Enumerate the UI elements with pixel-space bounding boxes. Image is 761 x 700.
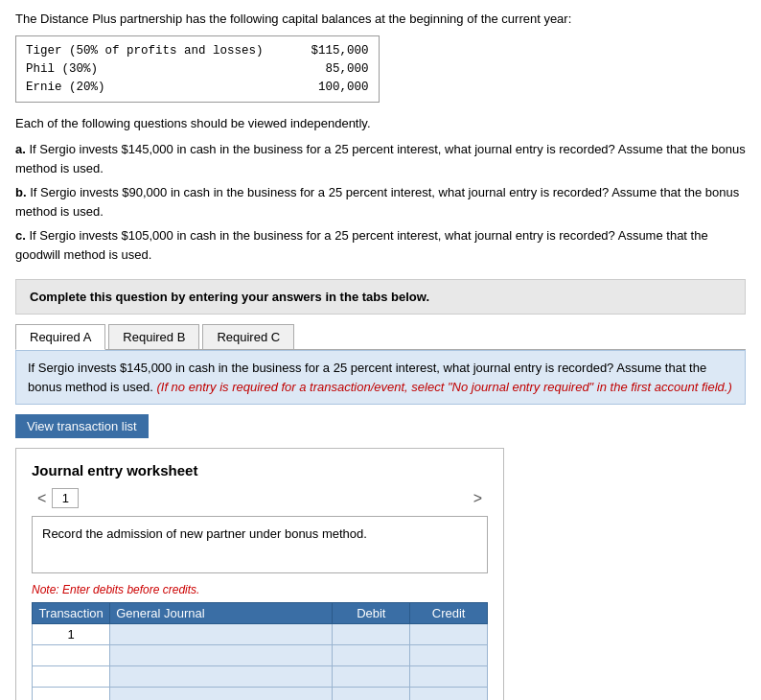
- tab-required-c[interactable]: Required C: [202, 324, 294, 349]
- view-transaction-button[interactable]: View transaction list: [15, 414, 149, 438]
- general-journal-cell[interactable]: [110, 645, 333, 666]
- worksheet-card: Journal entry worksheet < > Record the a…: [15, 448, 504, 700]
- credit-input[interactable]: [410, 624, 487, 644]
- questions-intro: Each of the following questions should b…: [15, 116, 746, 130]
- table-row[interactable]: [33, 645, 488, 666]
- col-credit: Credit: [410, 603, 488, 624]
- debit-input[interactable]: [333, 645, 409, 665]
- complete-box: Complete this question by entering your …: [15, 279, 746, 315]
- transaction-cell: [33, 688, 110, 700]
- nav-left-arrow[interactable]: <: [32, 490, 52, 507]
- general-journal-input[interactable]: [110, 645, 332, 665]
- debit-cell[interactable]: [333, 666, 410, 688]
- col-transaction: Transaction: [33, 603, 110, 624]
- general-journal-cell[interactable]: [110, 688, 333, 700]
- credit-input[interactable]: [410, 645, 487, 665]
- credit-cell[interactable]: [410, 688, 488, 700]
- banner-highlight: (If no entry is required for a transacti…: [156, 380, 731, 394]
- phil-name: Phil (30%): [26, 60, 98, 79]
- table-row[interactable]: 1: [33, 624, 488, 645]
- tab-required-b[interactable]: Required B: [108, 324, 199, 349]
- general-journal-input[interactable]: [110, 666, 332, 687]
- capital-row-tiger: Tiger (50% of profits and losses) $115,0…: [26, 42, 369, 60]
- credit-cell[interactable]: [410, 645, 488, 666]
- credit-cell[interactable]: [410, 624, 488, 645]
- question-a-text: If Sergio invests $145,000 in cash in th…: [15, 142, 746, 175]
- debit-input[interactable]: [333, 688, 409, 700]
- col-debit: Debit: [333, 603, 410, 624]
- debit-input[interactable]: [333, 624, 409, 644]
- question-a-label: a.: [15, 142, 26, 156]
- general-journal-input[interactable]: [110, 624, 332, 644]
- question-banner: If Sergio invests $145,000 in cash in th…: [15, 350, 746, 405]
- credit-input[interactable]: [410, 688, 487, 700]
- debit-cell[interactable]: [333, 645, 410, 666]
- debit-cell[interactable]: [333, 688, 410, 700]
- tabs-bar: Required A Required B Required C: [15, 324, 746, 350]
- tab-required-a[interactable]: Required A: [15, 324, 105, 350]
- capital-row-phil: Phil (30%) 85,000: [26, 60, 369, 79]
- tiger-amount: $115,000: [292, 42, 369, 60]
- general-journal-cell[interactable]: [110, 624, 333, 645]
- credit-cell[interactable]: [410, 666, 488, 688]
- capital-row-ernie: Ernie (20%) 100,000: [26, 79, 369, 97]
- questions-list: a. If Sergio invests $145,000 in cash in…: [15, 140, 746, 264]
- debit-input[interactable]: [333, 666, 409, 687]
- page-number-input[interactable]: [52, 488, 79, 508]
- question-a: a. If Sergio invests $145,000 in cash in…: [15, 140, 746, 177]
- question-c-label: c.: [15, 228, 26, 243]
- intro-text: The Distance Plus partnership has the fo…: [15, 12, 746, 26]
- journal-table: Transaction General Journal Debit Credit…: [32, 602, 488, 700]
- transaction-cell: [33, 645, 110, 666]
- tiger-name: Tiger (50% of profits and losses): [26, 42, 264, 60]
- table-row[interactable]: [33, 666, 488, 688]
- transaction-cell: 1: [33, 624, 110, 645]
- table-row[interactable]: [33, 688, 488, 700]
- question-b-text: If Sergio invests $90,000 in cash in the…: [15, 185, 739, 219]
- description-box: Record the admission of new partner unde…: [32, 516, 488, 573]
- note-text: Note: Enter debits before credits.: [32, 583, 488, 596]
- ernie-amount: 100,000: [292, 79, 369, 97]
- credit-input[interactable]: [410, 666, 487, 687]
- nav-row: < >: [32, 488, 488, 508]
- question-c-text: If Sergio invests $105,000 in cash in th…: [15, 228, 708, 262]
- col-general-journal: General Journal: [110, 603, 333, 624]
- ernie-name: Ernie (20%): [26, 79, 105, 97]
- general-journal-input[interactable]: [110, 688, 332, 700]
- general-journal-cell[interactable]: [110, 666, 333, 688]
- question-b-label: b.: [15, 185, 27, 199]
- debit-cell[interactable]: [333, 624, 410, 645]
- transaction-cell: [33, 666, 110, 688]
- worksheet-title: Journal entry worksheet: [32, 462, 488, 478]
- capital-table: Tiger (50% of profits and losses) $115,0…: [15, 35, 380, 103]
- question-b: b. If Sergio invests $90,000 in cash in …: [15, 183, 746, 221]
- question-c: c. If Sergio invests $105,000 in cash in…: [15, 226, 746, 264]
- phil-amount: 85,000: [292, 60, 369, 79]
- nav-right-arrow[interactable]: >: [468, 490, 488, 507]
